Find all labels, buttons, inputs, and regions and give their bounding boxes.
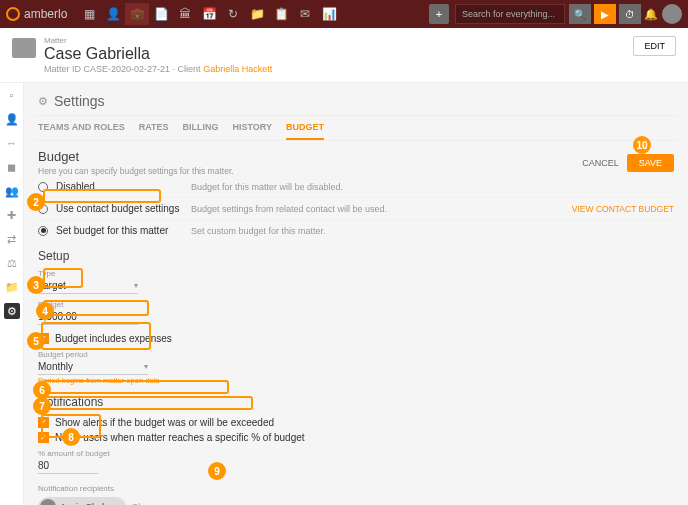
step-7-badge: 7 — [33, 397, 51, 415]
radio-contact-label: Use contact budget settings — [56, 203, 191, 214]
add-button[interactable]: + — [429, 4, 449, 24]
sidebar-box-icon[interactable]: ◼ — [4, 159, 20, 175]
step-8-badge: 8 — [62, 428, 80, 446]
period-hint: Period begins from matter open date — [38, 376, 674, 385]
recipients-label: Notification recipients — [38, 484, 674, 493]
nav-history-icon[interactable]: ↻ — [221, 3, 245, 25]
period-select[interactable]: Monthly▾ — [38, 359, 148, 375]
tab-budget[interactable]: BUDGET — [286, 122, 324, 140]
tab-history[interactable]: HISTORY — [233, 122, 273, 140]
edit-button[interactable]: EDIT — [633, 36, 676, 56]
tab-billing[interactable]: BILLING — [183, 122, 219, 140]
sidebar-share-icon[interactable]: ↔ — [4, 135, 20, 151]
brand-name: amberlo — [24, 7, 67, 21]
step-3-badge: 3 — [27, 276, 45, 294]
nav-file-icon[interactable]: 📋 — [269, 3, 293, 25]
notify-pct-checkbox[interactable]: ✓ — [38, 432, 49, 443]
notify-pct-label: Notify users when matter reaches a speci… — [55, 432, 305, 443]
sidebar-link-icon[interactable]: ⇄ — [4, 231, 20, 247]
setup-title: Setup — [38, 249, 674, 263]
sidebar-folder-icon[interactable]: 📁 — [4, 279, 20, 295]
radio-disabled[interactable] — [38, 182, 48, 192]
step-2-badge: 2 — [27, 193, 45, 211]
sidebar-court-icon[interactable]: ⚖ — [4, 255, 20, 271]
cancel-button[interactable]: CANCEL — [582, 158, 619, 168]
step-5-badge: 5 — [27, 332, 45, 350]
nav-briefcase-icon[interactable]: 💼 — [125, 3, 149, 25]
timer-button[interactable]: ⏱ — [619, 4, 641, 24]
play-button[interactable]: ▶ — [594, 4, 616, 24]
nav-chart-icon[interactable]: 📊 — [317, 3, 341, 25]
type-label: Type — [38, 269, 674, 278]
radio-disabled-label: Disabled — [56, 181, 191, 192]
nav-grid-icon[interactable]: ▦ — [77, 3, 101, 25]
tab-teams[interactable]: TEAMS AND ROLES — [38, 122, 125, 140]
show-alerts-label: Show alerts if the budget was or will be… — [55, 417, 274, 428]
user-avatar[interactable] — [662, 4, 682, 24]
search-button[interactable]: 🔍 — [569, 4, 591, 24]
nav-mail-icon[interactable]: ✉ — [293, 3, 317, 25]
notifications-title: Notifications — [38, 395, 674, 409]
show-alerts-checkbox[interactable]: ✓ — [38, 417, 49, 428]
brand-logo[interactable]: amberlo — [6, 7, 67, 21]
sidebar-person-icon[interactable]: 👤 — [4, 111, 20, 127]
radio-set-budget[interactable] — [38, 226, 48, 236]
nav-calendar-icon[interactable]: 📅 — [197, 3, 221, 25]
step-4-badge: 4 — [36, 302, 54, 320]
bell-icon[interactable]: 🔔 — [644, 8, 658, 21]
includes-expenses-label: Budget includes expenses — [55, 333, 172, 344]
sidebar-plus-icon[interactable]: ✚ — [4, 207, 20, 223]
pct-input[interactable]: 80 — [38, 458, 98, 474]
recipient-chip: Annie Clark × — [38, 497, 126, 505]
settings-title: Settings — [54, 93, 105, 109]
search-input[interactable]: Search for everything... — [455, 4, 565, 24]
radio-set-budget-desc: Set custom budget for this matter. — [191, 226, 674, 236]
budget-section-title: Budget — [38, 149, 234, 164]
radio-set-budget-label: Set budget for this matter — [56, 225, 191, 236]
tab-rates[interactable]: RATES — [139, 122, 169, 140]
step-10-badge: 10 — [633, 136, 651, 154]
client-link[interactable]: Gabriella Hackett — [203, 64, 272, 74]
budget-section-subtitle: Here you can specify budget settings for… — [38, 166, 234, 176]
gear-icon: ⚙ — [38, 95, 48, 108]
nav-court-icon[interactable]: 🏛 — [173, 3, 197, 25]
recipient-avatar — [40, 499, 56, 505]
sidebar-settings-icon[interactable]: ⚙ — [4, 303, 20, 319]
step-9-badge: 9 — [208, 462, 226, 480]
matter-label: Matter — [44, 36, 272, 45]
save-button[interactable]: SAVE — [627, 154, 674, 172]
search-placeholder-text: Search for everything... — [462, 9, 555, 19]
matter-title: Case Gabriella — [44, 45, 272, 63]
logo-icon — [6, 7, 20, 21]
nav-doc-icon[interactable]: 📄 — [149, 3, 173, 25]
matter-subtitle: Matter ID CASE-2020-02-27-21 · Client Ga… — [44, 64, 272, 74]
period-label: Budget period — [38, 350, 674, 359]
nav-person-icon[interactable]: 👤 — [101, 3, 125, 25]
radio-disabled-desc: Budget for this matter will be disabled. — [191, 182, 674, 192]
view-contact-budget-link[interactable]: VIEW CONTACT BUDGET — [572, 204, 674, 214]
sidebar-info-icon[interactable]: ▫ — [4, 87, 20, 103]
nav-folder-icon[interactable]: 📁 — [245, 3, 269, 25]
budget-amount-label: Budget — [38, 300, 674, 309]
case-icon — [12, 38, 36, 58]
type-select[interactable]: Target▾ — [38, 278, 138, 294]
pct-label: % amount of budget — [38, 449, 674, 458]
sidebar-people-icon[interactable]: 👥 — [4, 183, 20, 199]
radio-contact-desc: Budget settings from related contact wil… — [191, 204, 572, 214]
